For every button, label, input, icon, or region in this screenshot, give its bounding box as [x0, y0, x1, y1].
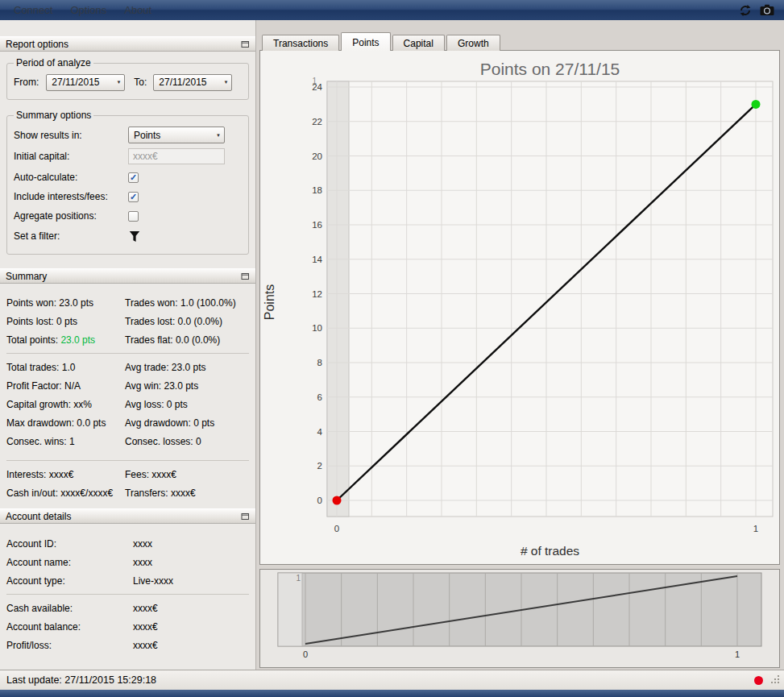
tab-bar: Transactions Points Capital Growth: [262, 33, 502, 51]
summary-row: Capital growth: xx% Avg loss: 0 pts: [0, 395, 255, 413]
consec-wins: Consec. wins: 1: [6, 436, 125, 447]
filter-funnel-icon[interactable]: [128, 230, 141, 243]
account-name-value: xxxx: [133, 557, 152, 568]
avg-loss: Avg loss: 0 pts: [125, 399, 255, 410]
svg-text:2: 2: [317, 461, 322, 471]
cash-in-out: Cash in/out: xxxx€/xxxx€: [6, 487, 125, 499]
account-balance-value: xxxx€: [133, 621, 158, 633]
trades-flat: Trades flat: 0.0 (0.0%): [125, 334, 255, 346]
svg-text:10: 10: [312, 323, 322, 333]
float-panel-icon[interactable]: [240, 39, 250, 49]
svg-text:0: 0: [303, 649, 308, 659]
show-results-value: Points: [134, 130, 213, 141]
cash-available-label: Cash available:: [6, 603, 133, 614]
show-results-select[interactable]: Points ▼: [128, 127, 225, 143]
menu-options[interactable]: Options: [61, 0, 115, 20]
menu-connect[interactable]: Connect: [5, 0, 61, 20]
tab-points[interactable]: Points: [341, 32, 390, 51]
summary-row: Interests: xxxx€ Fees: xxxx€: [0, 465, 255, 483]
account-row: Account balance: xxxx€: [0, 617, 255, 636]
range-axis-label: 1: [312, 77, 317, 85]
summary-row: Profit Factor: N/A Avg win: 23.0 pts: [0, 376, 255, 395]
auto-calculate-checkbox[interactable]: ✓: [128, 172, 139, 183]
transfers: Transfers: xxxx€: [125, 487, 255, 499]
chevron-down-icon: ▼: [223, 80, 228, 85]
include-interests-fees-checkbox[interactable]: ✓: [128, 192, 139, 202]
summary-row: Cash in/out: xxxx€/xxxx€ Transfers: xxxx…: [0, 483, 255, 502]
account-row: Account type: Live-xxxx: [0, 571, 255, 590]
status-bar: Last update: 27/11/2015 15:29:18: [0, 670, 784, 690]
menu-about[interactable]: About: [115, 0, 160, 20]
separator: [6, 353, 249, 354]
summary-row: Total trades: 1.0 Avg trade: 23.0 pts: [0, 358, 255, 376]
summary-options-legend: Summary options: [14, 110, 93, 121]
float-panel-icon[interactable]: [240, 272, 250, 281]
svg-text:18: 18: [312, 185, 322, 195]
to-date-value: 27/11/2015: [159, 77, 220, 88]
tab-capital[interactable]: Capital: [392, 35, 445, 51]
max-drawdown: Max drawdown: 0.0 pts: [6, 417, 125, 429]
vertical-range-band: [327, 81, 349, 517]
points-lost: Points lost: 0 pts: [6, 316, 125, 327]
float-panel-icon[interactable]: [240, 512, 250, 521]
fees: Fees: xxxx€: [125, 469, 255, 480]
aggregate-positions-label: Agregate positions:: [14, 210, 128, 222]
avg-trade: Avg trade: 23.0 pts: [125, 362, 255, 373]
trades-lost: Trades lost: 0.0 (0.0%): [125, 316, 255, 327]
tab-growth[interactable]: Growth: [446, 35, 500, 51]
chart-overview-selector[interactable]: 011: [260, 570, 779, 667]
points-won: Points won: 23.0 pts: [6, 297, 125, 309]
from-date-value: 27/11/2015: [52, 77, 113, 88]
end-point-marker: [752, 100, 761, 109]
chart-overview-panel: 011: [259, 569, 780, 668]
svg-text:16: 16: [312, 220, 322, 230]
chevron-down-icon: ▼: [116, 80, 121, 85]
refresh-icon[interactable]: [738, 3, 753, 18]
x-axis-label: # of trades: [521, 544, 579, 558]
account-balance-label: Account balance:: [6, 621, 133, 633]
status-indicator-dot: [754, 676, 763, 685]
to-date-select[interactable]: 27/11/2015 ▼: [153, 74, 232, 91]
svg-text:14: 14: [312, 255, 322, 264]
trades-won: Trades won: 1.0 (100.0%): [125, 297, 255, 309]
account-details-title: Account details: [6, 511, 240, 522]
account-row: Cash available: xxxx€: [0, 599, 255, 617]
svg-text:0: 0: [317, 496, 322, 505]
account-body: Account ID: xxxx Account name: xxxx Acco…: [0, 524, 255, 654]
account-id-value: xxxx: [133, 538, 152, 550]
account-type-value: Live-xxxx: [133, 575, 173, 587]
consec-losses: Consec. losses: 0: [125, 436, 255, 447]
account-row: Account name: xxxx: [0, 553, 255, 571]
summary-row: Points lost: 0 pts Trades lost: 0.0 (0.0…: [0, 312, 255, 330]
from-label: From:: [14, 77, 39, 88]
screenshot-camera-icon[interactable]: [760, 3, 774, 18]
account-details-header: Account details: [0, 508, 255, 524]
separator: [6, 460, 249, 461]
to-label: To:: [134, 77, 147, 88]
menu-bar: Connect Options About: [0, 0, 784, 20]
period-groupbox: Period of analyze From: 27/11/2015 ▼ To:…: [6, 57, 249, 100]
chart-title: Points on 27/11/15: [480, 60, 620, 78]
points-chart[interactable]: 024681012141618202224011Points on 27/11/…: [260, 51, 779, 564]
overview-handle: [278, 573, 302, 646]
account-id-label: Account ID:: [6, 538, 133, 550]
summary-title: Summary: [6, 271, 240, 282]
capital-growth: Capital growth: xx%: [6, 399, 125, 410]
avg-drawdown: Avg drawdown: 0 pts: [125, 417, 255, 429]
svg-text:6: 6: [317, 392, 322, 402]
tab-transactions[interactable]: Transactions: [262, 35, 339, 51]
show-results-label: Show results in:: [14, 130, 128, 141]
resize-grip-icon[interactable]: [771, 675, 781, 687]
summary-row: Max drawdown: 0.0 pts Avg drawdown: 0 pt…: [0, 413, 255, 432]
summary-row: Total points: 23.0 pts Trades flat: 0.0 …: [0, 330, 255, 349]
initial-capital-input[interactable]: [128, 148, 225, 164]
auto-calculate-label: Auto-calculate:: [14, 172, 128, 183]
account-name-label: Account name:: [6, 557, 133, 568]
summary-options-groupbox: Summary options Show results in: Points …: [6, 110, 249, 255]
initial-capital-label: Initial capital:: [14, 151, 128, 162]
aggregate-positions-checkbox[interactable]: [128, 211, 139, 222]
include-interests-fees-label: Include interests/fees:: [14, 191, 128, 202]
summary-row: Points won: 23.0 pts Trades won: 1.0 (10…: [0, 293, 255, 312]
from-date-select[interactable]: 27/11/2015 ▼: [46, 74, 125, 91]
account-row: Profit/loss: xxxx€: [0, 636, 255, 654]
